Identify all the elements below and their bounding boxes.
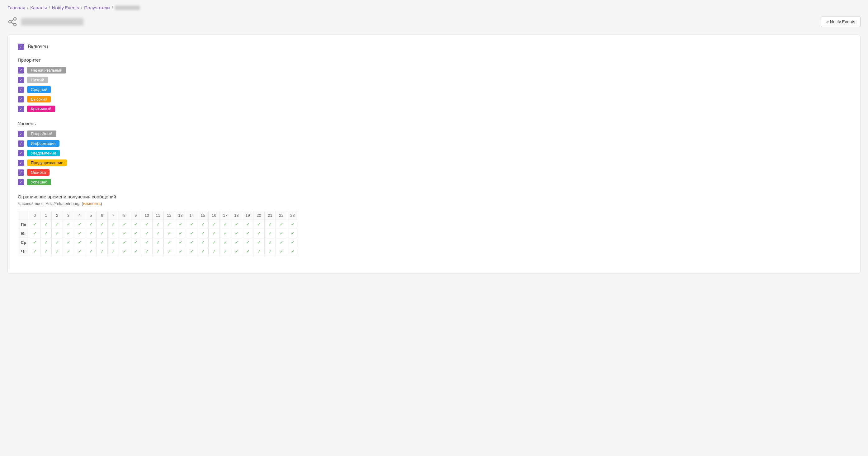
cell-0-8[interactable]: ✓ bbox=[119, 220, 130, 229]
cell-3-5[interactable]: ✓ bbox=[85, 247, 96, 256]
breadcrumb-channels[interactable]: Каналы bbox=[30, 5, 47, 10]
cell-2-13[interactable]: ✓ bbox=[175, 238, 186, 247]
cell-0-3[interactable]: ✓ bbox=[63, 220, 74, 229]
cell-3-18[interactable]: ✓ bbox=[231, 247, 242, 256]
cell-1-6[interactable]: ✓ bbox=[96, 229, 108, 238]
timezone-change-link[interactable]: изменить bbox=[83, 201, 101, 206]
cell-2-9[interactable]: ✓ bbox=[130, 238, 141, 247]
cell-1-16[interactable]: ✓ bbox=[209, 229, 220, 238]
cell-2-3[interactable]: ✓ bbox=[63, 238, 74, 247]
cell-0-15[interactable]: ✓ bbox=[197, 220, 209, 229]
cell-2-0[interactable]: ✓ bbox=[29, 238, 40, 247]
cell-1-11[interactable]: ✓ bbox=[153, 229, 164, 238]
cell-0-13[interactable]: ✓ bbox=[175, 220, 186, 229]
cell-1-12[interactable]: ✓ bbox=[164, 229, 175, 238]
cell-3-2[interactable]: ✓ bbox=[52, 247, 63, 256]
level-checkbox-0[interactable]: ✓ bbox=[18, 131, 24, 137]
enabled-checkbox[interactable]: ✓ bbox=[18, 43, 24, 50]
cell-2-11[interactable]: ✓ bbox=[153, 238, 164, 247]
cell-2-6[interactable]: ✓ bbox=[96, 238, 108, 247]
cell-2-20[interactable]: ✓ bbox=[253, 238, 265, 247]
cell-0-6[interactable]: ✓ bbox=[96, 220, 108, 229]
cell-2-16[interactable]: ✓ bbox=[209, 238, 220, 247]
cell-0-0[interactable]: ✓ bbox=[29, 220, 40, 229]
cell-3-10[interactable]: ✓ bbox=[141, 247, 153, 256]
cell-3-6[interactable]: ✓ bbox=[96, 247, 108, 256]
cell-3-23[interactable]: ✓ bbox=[287, 247, 298, 256]
cell-0-7[interactable]: ✓ bbox=[108, 220, 119, 229]
cell-3-14[interactable]: ✓ bbox=[186, 247, 197, 256]
cell-0-5[interactable]: ✓ bbox=[85, 220, 96, 229]
cell-1-0[interactable]: ✓ bbox=[29, 229, 40, 238]
cell-2-17[interactable]: ✓ bbox=[220, 238, 231, 247]
cell-1-3[interactable]: ✓ bbox=[63, 229, 74, 238]
cell-2-2[interactable]: ✓ bbox=[52, 238, 63, 247]
level-checkbox-3[interactable]: ✓ bbox=[18, 160, 24, 166]
cell-0-22[interactable]: ✓ bbox=[276, 220, 287, 229]
cell-1-1[interactable]: ✓ bbox=[40, 229, 52, 238]
cell-2-18[interactable]: ✓ bbox=[231, 238, 242, 247]
cell-2-22[interactable]: ✓ bbox=[276, 238, 287, 247]
cell-0-18[interactable]: ✓ bbox=[231, 220, 242, 229]
cell-1-2[interactable]: ✓ bbox=[52, 229, 63, 238]
cell-3-11[interactable]: ✓ bbox=[153, 247, 164, 256]
level-checkbox-5[interactable]: ✓ bbox=[18, 179, 24, 185]
cell-3-17[interactable]: ✓ bbox=[220, 247, 231, 256]
priority-checkbox-1[interactable]: ✓ bbox=[18, 77, 24, 83]
priority-checkbox-0[interactable]: ✓ bbox=[18, 67, 24, 73]
cell-1-17[interactable]: ✓ bbox=[220, 229, 231, 238]
cell-3-21[interactable]: ✓ bbox=[265, 247, 276, 256]
priority-checkbox-3[interactable]: ✓ bbox=[18, 96, 24, 102]
cell-1-19[interactable]: ✓ bbox=[242, 229, 253, 238]
cell-2-21[interactable]: ✓ bbox=[265, 238, 276, 247]
cell-0-10[interactable]: ✓ bbox=[141, 220, 153, 229]
cell-3-4[interactable]: ✓ bbox=[74, 247, 85, 256]
cell-2-4[interactable]: ✓ bbox=[74, 238, 85, 247]
cell-2-12[interactable]: ✓ bbox=[164, 238, 175, 247]
cell-1-23[interactable]: ✓ bbox=[287, 229, 298, 238]
cell-0-9[interactable]: ✓ bbox=[130, 220, 141, 229]
cell-2-23[interactable]: ✓ bbox=[287, 238, 298, 247]
cell-3-22[interactable]: ✓ bbox=[276, 247, 287, 256]
cell-1-22[interactable]: ✓ bbox=[276, 229, 287, 238]
cell-3-3[interactable]: ✓ bbox=[63, 247, 74, 256]
cell-1-13[interactable]: ✓ bbox=[175, 229, 186, 238]
cell-3-1[interactable]: ✓ bbox=[40, 247, 52, 256]
cell-1-21[interactable]: ✓ bbox=[265, 229, 276, 238]
cell-3-12[interactable]: ✓ bbox=[164, 247, 175, 256]
cell-0-11[interactable]: ✓ bbox=[153, 220, 164, 229]
cell-0-14[interactable]: ✓ bbox=[186, 220, 197, 229]
cell-3-0[interactable]: ✓ bbox=[29, 247, 40, 256]
cell-3-16[interactable]: ✓ bbox=[209, 247, 220, 256]
cell-0-20[interactable]: ✓ bbox=[253, 220, 265, 229]
cell-2-19[interactable]: ✓ bbox=[242, 238, 253, 247]
cell-1-9[interactable]: ✓ bbox=[130, 229, 141, 238]
level-checkbox-2[interactable]: ✓ bbox=[18, 150, 24, 156]
cell-3-15[interactable]: ✓ bbox=[197, 247, 209, 256]
notify-events-button[interactable]: « Notify.Events bbox=[821, 17, 861, 27]
cell-1-5[interactable]: ✓ bbox=[85, 229, 96, 238]
cell-3-9[interactable]: ✓ bbox=[130, 247, 141, 256]
breadcrumb-home[interactable]: Главная bbox=[7, 5, 25, 10]
level-checkbox-4[interactable]: ✓ bbox=[18, 170, 24, 176]
cell-0-16[interactable]: ✓ bbox=[209, 220, 220, 229]
cell-1-14[interactable]: ✓ bbox=[186, 229, 197, 238]
cell-0-23[interactable]: ✓ bbox=[287, 220, 298, 229]
cell-2-5[interactable]: ✓ bbox=[85, 238, 96, 247]
cell-0-17[interactable]: ✓ bbox=[220, 220, 231, 229]
level-checkbox-1[interactable]: ✓ bbox=[18, 141, 24, 147]
cell-2-8[interactable]: ✓ bbox=[119, 238, 130, 247]
cell-0-4[interactable]: ✓ bbox=[74, 220, 85, 229]
cell-3-20[interactable]: ✓ bbox=[253, 247, 265, 256]
cell-1-8[interactable]: ✓ bbox=[119, 229, 130, 238]
cell-0-2[interactable]: ✓ bbox=[52, 220, 63, 229]
priority-checkbox-2[interactable]: ✓ bbox=[18, 87, 24, 93]
cell-2-7[interactable]: ✓ bbox=[108, 238, 119, 247]
cell-3-13[interactable]: ✓ bbox=[175, 247, 186, 256]
cell-2-10[interactable]: ✓ bbox=[141, 238, 153, 247]
priority-checkbox-4[interactable]: ✓ bbox=[18, 106, 24, 112]
cell-3-8[interactable]: ✓ bbox=[119, 247, 130, 256]
cell-0-21[interactable]: ✓ bbox=[265, 220, 276, 229]
cell-3-19[interactable]: ✓ bbox=[242, 247, 253, 256]
cell-1-7[interactable]: ✓ bbox=[108, 229, 119, 238]
